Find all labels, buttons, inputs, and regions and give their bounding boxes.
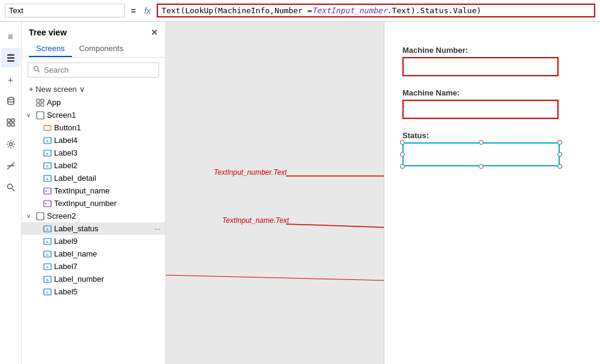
tree-item-label4[interactable]: A Label4 bbox=[22, 134, 165, 147]
tree-item-textinput-number[interactable]: TextInput_number bbox=[22, 197, 165, 210]
hamburger-icon-btn[interactable]: ≡ bbox=[1, 26, 20, 46]
components-icon-btn[interactable] bbox=[1, 113, 20, 132]
label-status-dots-menu[interactable]: ··· bbox=[154, 225, 160, 233]
tree-item-label-status[interactable]: A Label_status ··· bbox=[22, 222, 165, 235]
new-screen-btn[interactable]: + New screen ∨ bbox=[22, 82, 165, 96]
svg-point-8 bbox=[9, 143, 12, 146]
tree-item-label5[interactable]: A Label5 bbox=[22, 285, 165, 298]
tree-search-box[interactable] bbox=[28, 62, 159, 77]
machine-number-input[interactable] bbox=[402, 57, 559, 76]
formula-text-part2: .Text).Status.Value) bbox=[387, 6, 482, 15]
screen2-label: Screen2 bbox=[47, 211, 76, 220]
tree-item-label9[interactable]: A Label9 bbox=[22, 235, 165, 247]
label-number-icon: A bbox=[43, 275, 52, 284]
textinput-name-icon bbox=[43, 187, 52, 195]
search-input[interactable] bbox=[44, 65, 154, 74]
variables-icon-btn[interactable] bbox=[1, 156, 20, 175]
svg-text:A: A bbox=[46, 240, 49, 244]
textinput-number-icon bbox=[43, 199, 52, 208]
tree-item-label7[interactable]: A Label7 bbox=[22, 260, 165, 273]
tree-item-label-detail[interactable]: A Label_detail bbox=[22, 172, 165, 184]
tree-item-textinput-name[interactable]: TextInput_name bbox=[22, 184, 165, 197]
svg-point-12 bbox=[7, 184, 12, 189]
tree-item-screen1[interactable]: ∨ Screen1 bbox=[22, 109, 165, 121]
tree-item-label3[interactable]: A Label3 bbox=[22, 147, 165, 159]
formula-name-input[interactable]: Text bbox=[5, 4, 125, 17]
textinput-name-label: TextInput_name bbox=[54, 186, 110, 195]
tree-item-app[interactable]: App bbox=[22, 96, 165, 109]
svg-point-14 bbox=[34, 67, 38, 71]
tree-panel-title: Tree view bbox=[29, 28, 67, 37]
handle-bot-mid[interactable] bbox=[479, 164, 483, 169]
svg-text:A: A bbox=[46, 177, 49, 181]
svg-rect-21 bbox=[44, 126, 51, 130]
handle-top-right[interactable] bbox=[557, 140, 562, 145]
label-detail-label: Label_detail bbox=[54, 174, 96, 183]
new-screen-label: + New screen bbox=[29, 85, 77, 94]
svg-rect-20 bbox=[37, 112, 44, 119]
label-name-icon: A bbox=[43, 250, 52, 258]
form-field-machine-name: Machine Name: bbox=[402, 88, 582, 119]
status-control-wrapper bbox=[402, 142, 560, 166]
handle-mid-right[interactable] bbox=[557, 152, 562, 157]
fx-button[interactable]: fx bbox=[142, 6, 153, 16]
handle-top-left[interactable] bbox=[400, 140, 405, 145]
label7-icon: A bbox=[43, 262, 52, 271]
svg-text:A: A bbox=[46, 151, 49, 156]
settings-icon-btn[interactable] bbox=[1, 135, 20, 154]
svg-line-15 bbox=[38, 70, 40, 72]
handle-bot-right[interactable] bbox=[557, 164, 562, 169]
label3-icon: A bbox=[43, 149, 52, 157]
label-detail-icon: A bbox=[43, 174, 52, 183]
textinput-number-label: TextInput_number bbox=[54, 199, 117, 208]
form-field-machine-number: Machine Number: bbox=[402, 46, 582, 76]
svg-line-13 bbox=[12, 189, 14, 191]
handle-bot-left[interactable] bbox=[400, 164, 405, 169]
handle-top-mid[interactable] bbox=[479, 140, 483, 145]
svg-text:A: A bbox=[46, 252, 49, 257]
svg-rect-0 bbox=[7, 54, 14, 56]
svg-point-3 bbox=[8, 97, 14, 100]
button1-label: Button1 bbox=[54, 123, 81, 132]
machine-name-input[interactable] bbox=[402, 100, 559, 119]
tree-item-label-number[interactable]: A Label_number bbox=[22, 273, 165, 285]
label2-icon: A bbox=[43, 162, 52, 170]
form-field-status: Status: bbox=[402, 131, 582, 168]
tree-tabs: Screens Components bbox=[22, 41, 165, 58]
formula-bar: Text = fx Text(LookUp(MachineInfo,Number… bbox=[0, 0, 600, 22]
svg-rect-5 bbox=[11, 119, 14, 122]
database-icon-btn[interactable] bbox=[1, 91, 20, 111]
label5-icon: A bbox=[43, 288, 52, 296]
screen2-chevron: ∨ bbox=[26, 213, 34, 219]
sidebar-icons: ≡ + bbox=[0, 22, 22, 364]
tree-panel-header: Tree view ✕ bbox=[22, 22, 165, 41]
tree-item-label2[interactable]: A Label2 bbox=[22, 159, 165, 172]
label5-label: Label5 bbox=[54, 287, 77, 296]
tree-item-button1[interactable]: Button1 bbox=[22, 121, 165, 134]
tree-item-screen2[interactable]: ∨ Screen2 bbox=[22, 210, 165, 222]
screen2-icon bbox=[36, 212, 44, 220]
status-label: Status: bbox=[402, 131, 582, 140]
svg-rect-18 bbox=[37, 103, 40, 106]
formula-input[interactable]: Text(LookUp(MachineInfo,Number = TextInp… bbox=[157, 4, 595, 17]
svg-text:A: A bbox=[46, 164, 49, 169]
svg-rect-16 bbox=[37, 99, 40, 102]
new-screen-chevron: ∨ bbox=[79, 85, 85, 94]
svg-text:A: A bbox=[46, 278, 49, 282]
label-name-label: Label_name bbox=[54, 249, 97, 258]
tree-panel-close[interactable]: ✕ bbox=[151, 28, 158, 37]
screen1-icon bbox=[36, 111, 44, 120]
tab-screens[interactable]: Screens bbox=[29, 41, 72, 57]
svg-rect-4 bbox=[7, 119, 10, 122]
screen1-label: Screen1 bbox=[47, 111, 76, 120]
search-icon-btn[interactable] bbox=[1, 178, 20, 197]
add-icon-btn[interactable]: + bbox=[1, 70, 20, 89]
equals-sign: = bbox=[129, 6, 138, 16]
handle-mid-left[interactable] bbox=[400, 152, 405, 157]
status-label-control[interactable] bbox=[402, 142, 560, 166]
tab-components[interactable]: Components bbox=[72, 41, 131, 57]
tree-item-label-name[interactable]: A Label_name bbox=[22, 247, 165, 260]
svg-rect-1 bbox=[7, 57, 14, 59]
layers-icon-btn[interactable] bbox=[1, 48, 20, 67]
app-label: App bbox=[47, 98, 61, 107]
